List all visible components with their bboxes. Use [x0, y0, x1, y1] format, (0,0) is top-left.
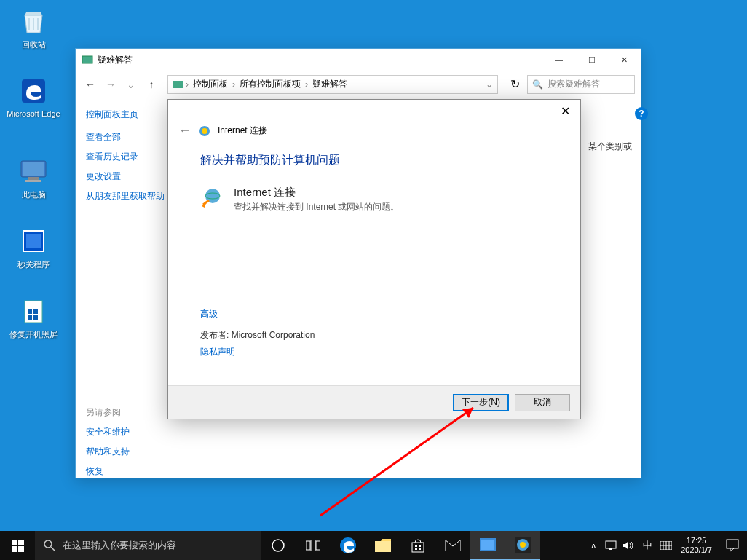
- sidebar-home-link[interactable]: 控制面板主页: [86, 109, 170, 121]
- crumb[interactable]: 控制面板: [190, 78, 231, 90]
- dialog-icon: [199, 125, 210, 137]
- svg-point-43: [520, 542, 526, 548]
- taskbar-store-icon[interactable]: [400, 531, 435, 560]
- search-input[interactable]: 🔍 搜索疑难解答: [527, 75, 635, 94]
- sidebar-link[interactable]: 查看历史记录: [86, 151, 170, 163]
- item-description: 查找并解决连接到 Internet 或网站的问题。: [234, 201, 399, 213]
- next-button[interactable]: 下一步(N): [453, 394, 509, 411]
- refresh-button[interactable]: ↻: [505, 75, 524, 94]
- svg-rect-23: [12, 546, 17, 552]
- tray-chevron-icon[interactable]: ᴧ: [585, 541, 602, 551]
- taskbar-search[interactable]: 在这里输入你要搜索的内容: [35, 531, 261, 560]
- dialog-titlebar[interactable]: ✕: [168, 100, 580, 122]
- desktop-icon-this-pc[interactable]: 此电脑: [6, 156, 61, 200]
- volume-icon[interactable]: [620, 540, 637, 551]
- svg-point-27: [272, 540, 284, 551]
- item-title: Internet 连接: [234, 186, 399, 200]
- taskbar-troubleshoot-icon[interactable]: [505, 531, 540, 560]
- forward-button[interactable]: →: [102, 76, 119, 93]
- ime-keyboard-icon[interactable]: [657, 541, 675, 550]
- search-placeholder: 搜索疑难解答: [548, 78, 600, 90]
- recycle-bin-icon: [18, 6, 49, 36]
- ime-indicator[interactable]: 中: [637, 539, 657, 552]
- up-button[interactable]: ↑: [143, 76, 160, 93]
- svg-rect-40: [481, 540, 494, 550]
- taskbar-explorer-icon[interactable]: [365, 531, 400, 560]
- desktop-icon-edge[interactable]: Microsoft Edge: [6, 76, 61, 118]
- search-icon: [44, 540, 55, 551]
- svg-rect-29: [311, 540, 315, 551]
- desktop-icon-shutdown[interactable]: 秒关程序: [6, 226, 61, 270]
- window-title: 疑难解答: [98, 54, 542, 66]
- dropdown-icon[interactable]: ⌄: [486, 79, 493, 90]
- svg-rect-37: [419, 548, 421, 550]
- sidebar-link[interactable]: 帮助和支持: [86, 446, 170, 458]
- dialog-back-button[interactable]: ←: [178, 123, 191, 138]
- crumb[interactable]: 疑难解答: [309, 78, 350, 90]
- titlebar[interactable]: 疑难解答 — ☐ ✕: [76, 49, 641, 71]
- desktop-label: 此电脑: [6, 189, 61, 200]
- svg-line-26: [51, 547, 55, 551]
- partial-text: 某个类别或: [588, 141, 632, 153]
- publisher-text: 发布者: Microsoft Corporation: [200, 329, 548, 342]
- advanced-link[interactable]: 高级: [200, 308, 548, 320]
- desktop-label: 回收站: [6, 39, 61, 50]
- maximize-button[interactable]: ☐: [575, 49, 608, 71]
- troubleshooter-item[interactable]: Internet 连接 查找并解决连接到 Internet 或网站的问题。: [200, 186, 548, 213]
- search-placeholder: 在这里输入你要搜索的内容: [63, 539, 176, 552]
- notification-icon[interactable]: [718, 539, 747, 552]
- taskbar-control-panel-icon[interactable]: [470, 531, 505, 560]
- taskview-icon[interactable]: [296, 531, 331, 560]
- time-text: 17:25: [681, 536, 712, 545]
- sidebar-link[interactable]: 从朋友那里获取帮助: [86, 190, 170, 202]
- sidebar-section-label: 另请参阅: [86, 406, 170, 419]
- help-icon[interactable]: ?: [635, 107, 648, 120]
- svg-rect-51: [727, 540, 738, 548]
- network-icon[interactable]: [602, 540, 620, 551]
- breadcrumb-icon: [173, 79, 184, 90]
- dialog-footer: 下一步(N) 取消: [168, 385, 580, 419]
- svg-rect-13: [173, 81, 183, 88]
- desktop-label: 修复开机黑屏: [6, 329, 61, 340]
- sidebar-link[interactable]: 查看全部: [86, 131, 170, 143]
- sidebar-link[interactable]: 安全和维护: [86, 426, 170, 438]
- svg-point-15: [202, 128, 208, 134]
- clock[interactable]: 17:25 2020/1/7: [675, 536, 718, 555]
- dialog-heading: 解决并帮助预防计算机问题: [200, 153, 548, 168]
- date-text: 2020/1/7: [681, 545, 712, 555]
- svg-rect-35: [419, 545, 421, 547]
- svg-point-25: [44, 540, 52, 548]
- crumb[interactable]: 所有控制面板项: [237, 78, 304, 90]
- svg-rect-12: [82, 56, 92, 63]
- cancel-button[interactable]: 取消: [515, 394, 570, 411]
- taskbar-mail-icon[interactable]: [435, 531, 470, 560]
- computer-icon: [18, 156, 49, 186]
- taskbar: 在这里输入你要搜索的内容 ᴧ 中 17:25 2020/1/7: [0, 531, 747, 560]
- dialog-close-button[interactable]: ✕: [554, 100, 576, 122]
- svg-rect-32: [375, 541, 391, 552]
- history-dropdown[interactable]: ⌄: [122, 76, 140, 93]
- minimize-button[interactable]: —: [542, 49, 575, 71]
- svg-rect-30: [316, 541, 320, 550]
- system-tray: ᴧ 中 17:25 2020/1/7: [585, 531, 747, 560]
- svg-rect-45: [609, 548, 612, 550]
- cortana-icon[interactable]: [261, 531, 296, 560]
- window-icon: [82, 54, 93, 66]
- breadcrumb[interactable]: › 控制面板 › 所有控制面板项 › 疑难解答 ⌄: [167, 75, 498, 94]
- dialog-title: Internet 连接: [218, 125, 267, 137]
- sidebar-link[interactable]: 恢复: [86, 465, 170, 478]
- taskbar-edge-icon[interactable]: [331, 531, 365, 560]
- app-icon: [18, 226, 49, 256]
- svg-rect-24: [18, 546, 24, 552]
- privacy-link[interactable]: 隐私声明: [200, 346, 548, 358]
- svg-rect-36: [415, 548, 417, 550]
- back-button[interactable]: ←: [82, 76, 99, 93]
- desktop-icon-fix-blackscreen[interactable]: 修复开机黑屏: [6, 296, 61, 340]
- desktop-icon-recycle-bin[interactable]: 回收站: [6, 6, 61, 50]
- internet-icon: [200, 186, 225, 210]
- start-button[interactable]: [0, 531, 35, 560]
- close-button[interactable]: ✕: [608, 49, 641, 71]
- sidebar-link[interactable]: 更改设置: [86, 170, 170, 183]
- svg-rect-10: [28, 315, 32, 320]
- desktop-label: Microsoft Edge: [6, 109, 61, 118]
